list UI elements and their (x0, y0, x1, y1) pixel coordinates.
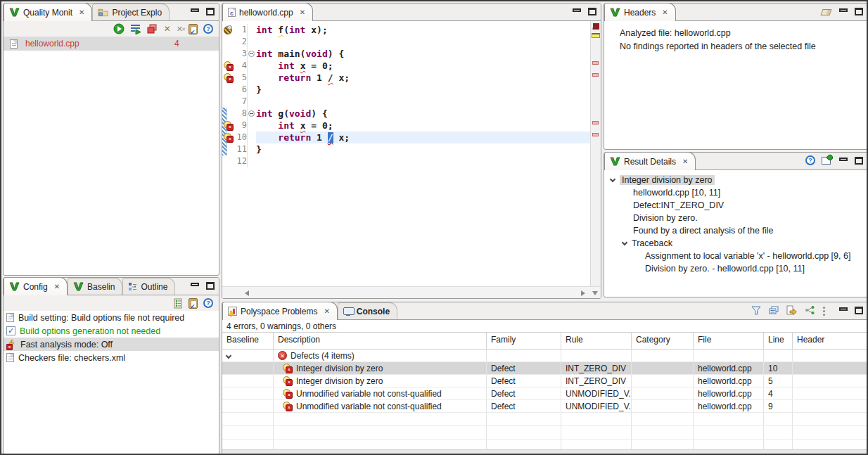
traceability-graph-icon[interactable] (805, 305, 815, 315)
overview-ruler[interactable] (590, 21, 601, 286)
code-editor[interactable]: 123456789101112 int f(int x); int main(v… (222, 21, 601, 298)
run-configuration-icon[interactable] (130, 24, 141, 34)
config-item[interactable]: Build setting: Build options file not re… (4, 311, 219, 324)
problems-column-header[interactable]: Description (274, 333, 487, 349)
report-clipboard-icon[interactable] (189, 24, 198, 34)
defect-marker-icon[interactable] (224, 61, 234, 71)
fold-minus-icon[interactable] (248, 51, 255, 57)
result-details-item[interactable]: Assignment to local variable 'x' - hello… (604, 250, 867, 262)
code-line[interactable]: } (256, 84, 590, 96)
close-icon[interactable]: ✕ (54, 283, 60, 290)
problems-column-header[interactable]: Category (632, 333, 694, 349)
stop-analysis-icon[interactable] (147, 24, 158, 34)
delete-all-icon[interactable]: ✕ (177, 24, 183, 34)
problems-column-header[interactable]: Rule (561, 333, 632, 349)
code-line[interactable] (256, 155, 590, 167)
maximize-icon[interactable] (206, 282, 215, 290)
help-icon[interactable]: ? (805, 155, 815, 165)
config-item[interactable]: ✓Build options generation not needed (4, 324, 219, 338)
result-details-item[interactable]: helloworld.cpp [10, 11] (604, 186, 867, 199)
result-details-item[interactable]: Found by a direct analysis of the file (604, 224, 867, 237)
clear-eraser-icon[interactable] (821, 9, 832, 15)
tab-project-explorer[interactable]: Project Explo (92, 4, 170, 20)
view-menu-icon[interactable] (823, 307, 825, 309)
problems-row[interactable]: Unmodified variable not const-qualifiedD… (222, 400, 867, 413)
quality-file-row[interactable]: helloworld.cpp 4 (4, 37, 219, 51)
tab-editor-helloworld[interactable]: helloworld.cpp ✕ (222, 3, 313, 21)
defect-marker-icon[interactable] (224, 133, 234, 143)
delete-icon[interactable]: ✕ (164, 24, 171, 34)
checklist-icon[interactable] (173, 298, 183, 309)
help-icon[interactable]: ? (203, 298, 213, 308)
problems-row[interactable]: Integer division by zeroDefectINT_ZERO_D… (222, 375, 867, 387)
maximize-icon[interactable] (855, 157, 863, 165)
editor-code-area[interactable]: int f(int x); int main(void) { int x = 0… (256, 24, 590, 167)
config-item[interactable]: Checkers file: checkers.xml (4, 351, 219, 364)
result-details-item[interactable]: Integer division by zero (604, 174, 867, 186)
horizontal-scrollbar[interactable] (222, 286, 601, 298)
ruler-problem-marker[interactable] (592, 133, 599, 136)
code-line[interactable]: return 1 / x; (256, 132, 590, 143)
code-line[interactable]: int x = 0; (256, 120, 590, 132)
analysis-marker-icon[interactable] (224, 26, 232, 34)
tab-console[interactable]: Console (338, 302, 397, 319)
code-line[interactable] (256, 36, 590, 48)
chevron-down-icon[interactable] (610, 177, 615, 182)
pin-view-icon[interactable] (822, 157, 831, 165)
help-icon[interactable]: ? (203, 24, 213, 34)
clipboard-icon[interactable] (189, 298, 198, 309)
group-by-icon[interactable] (769, 306, 779, 315)
problems-column-header[interactable]: Line (764, 333, 793, 349)
close-icon[interactable]: ✕ (682, 158, 688, 165)
result-details-item[interactable]: Division by zero. (604, 212, 867, 224)
result-details-item[interactable]: Traceback (604, 237, 867, 250)
ruler-problem-marker[interactable] (592, 121, 599, 124)
config-item[interactable]: Fast analysis mode: Off (4, 338, 219, 351)
minimize-icon[interactable] (191, 283, 199, 286)
maximize-icon[interactable] (855, 8, 863, 15)
result-details-item[interactable]: Defect:INT_ZERO_DIV (604, 199, 867, 212)
minimize-icon[interactable] (839, 158, 848, 161)
checkbox-checked-icon[interactable]: ✓ (6, 326, 15, 335)
tab-outline[interactable]: Outline (122, 278, 175, 295)
ruler-problem-marker[interactable] (592, 61, 599, 65)
code-line[interactable]: int main(void) { (256, 48, 590, 60)
problems-row[interactable]: Unmodified variable not const-qualifiedD… (222, 387, 867, 400)
minimize-icon[interactable] (839, 8, 848, 12)
filter-funnel-icon[interactable] (751, 306, 761, 315)
ruler-problem-marker[interactable] (592, 73, 599, 77)
minimize-icon[interactable] (839, 307, 848, 311)
defect-marker-icon[interactable] (224, 121, 234, 131)
close-icon[interactable]: ✕ (300, 8, 305, 16)
minimize-icon[interactable] (573, 8, 581, 12)
code-line[interactable]: return 1 / x; (256, 72, 590, 84)
problems-bottom-scrollbar[interactable] (222, 449, 867, 454)
close-icon[interactable]: ✕ (79, 8, 84, 16)
problems-column-header[interactable]: Baseline (222, 333, 274, 349)
code-line[interactable]: int f(int x); (256, 24, 590, 36)
maximize-icon[interactable] (588, 8, 596, 15)
fold-minus-icon[interactable] (248, 110, 255, 117)
chevron-down-icon[interactable] (622, 240, 627, 245)
tab-quality-monitoring[interactable]: Quality Monit ✕ (4, 3, 92, 21)
minimize-icon[interactable] (191, 8, 199, 12)
maximize-icon[interactable] (206, 8, 215, 15)
run-analysis-icon[interactable] (113, 23, 125, 34)
problems-group-row[interactable]: ✕Defects (4 items) (222, 350, 867, 362)
chevron-down-icon[interactable] (226, 352, 231, 358)
code-line[interactable]: } (256, 143, 590, 155)
scroll-left-arrow-icon[interactable] (245, 290, 249, 296)
maximize-icon[interactable] (855, 307, 863, 314)
problems-row[interactable]: Integer division by zeroDefectINT_ZERO_D… (222, 362, 867, 375)
close-icon[interactable]: ✕ (324, 307, 329, 315)
defect-marker-icon[interactable] (224, 73, 234, 83)
result-details-item[interactable]: Division by zero. - helloworld.cpp [10, … (604, 262, 867, 275)
tab-polyspace-problems[interactable]: Polyspace Problems ✕ (222, 302, 338, 320)
tab-headers[interactable]: Headers ✕ (604, 3, 676, 21)
tab-baseline[interactable]: Baselin (68, 278, 122, 295)
tab-result-details[interactable]: Result Details ✕ (604, 152, 696, 170)
code-line[interactable]: int g(void) { (256, 108, 590, 120)
scroll-right-arrow-icon[interactable] (581, 290, 585, 296)
go-to-file-icon[interactable] (786, 305, 797, 315)
problems-column-header[interactable]: File (694, 333, 764, 349)
